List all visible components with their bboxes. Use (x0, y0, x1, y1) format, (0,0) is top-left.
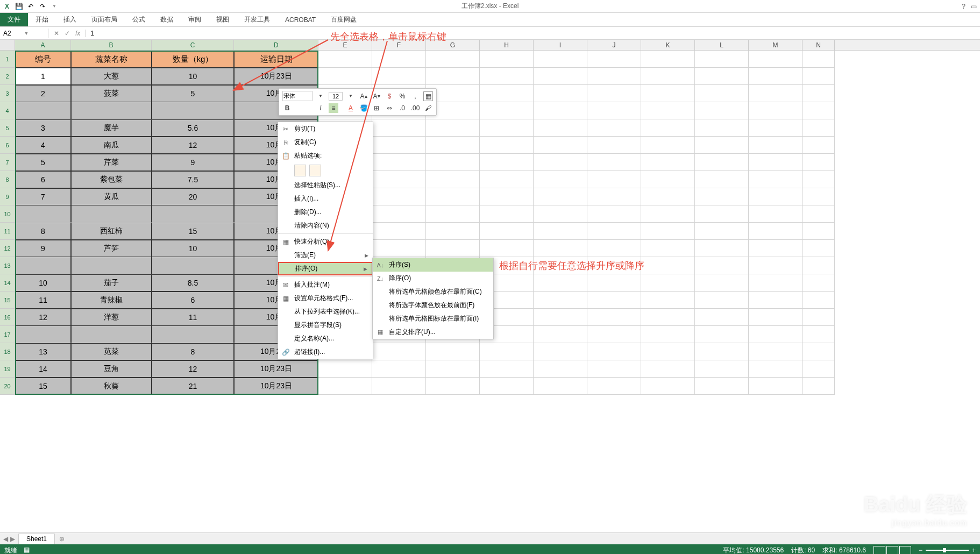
empty-cell[interactable] (426, 171, 480, 188)
empty-cell[interactable] (372, 154, 426, 171)
empty-cell[interactable] (803, 292, 835, 309)
header-cell[interactable]: 数量（kg） (152, 51, 234, 68)
empty-cell[interactable] (803, 205, 835, 223)
undo-icon[interactable]: ↶ (26, 2, 35, 11)
data-cell[interactable]: 芦笋 (71, 240, 152, 257)
sheet-next-icon[interactable]: ▶ (10, 535, 15, 543)
empty-cell[interactable] (803, 102, 835, 119)
empty-cell[interactable] (695, 223, 749, 240)
empty-cell[interactable] (372, 205, 426, 223)
empty-cell[interactable] (803, 188, 835, 205)
empty-cell[interactable] (749, 378, 803, 395)
data-cell[interactable]: 12 (152, 360, 234, 378)
empty-cell[interactable] (480, 102, 534, 119)
paste-option-0[interactable] (294, 165, 306, 176)
empty-cell[interactable] (695, 205, 749, 223)
formula-input[interactable]: 1 (86, 29, 980, 38)
help-icon[interactable]: ? (962, 3, 965, 10)
col-header-B[interactable]: B (71, 40, 152, 50)
tab-home[interactable]: 开始 (28, 13, 56, 26)
data-cell[interactable]: 紫包菜 (71, 171, 152, 188)
data-cell[interactable]: 南瓜 (71, 137, 152, 154)
row-header-15[interactable]: 15 (0, 292, 15, 309)
data-cell[interactable]: 10 (15, 274, 71, 292)
menu-item[interactable]: 📋粘贴选项: (278, 149, 373, 162)
tab-developer[interactable]: 开发工具 (237, 13, 278, 26)
row-header-4[interactable]: 4 (0, 102, 15, 119)
data-cell[interactable]: 洋葱 (71, 309, 152, 326)
bold-icon[interactable]: B (282, 103, 292, 113)
empty-cell[interactable] (426, 51, 480, 68)
empty-cell[interactable] (695, 51, 749, 68)
row-header-8[interactable]: 8 (0, 171, 15, 188)
data-cell[interactable]: 魔芋 (71, 119, 152, 137)
empty-cell[interactable] (534, 171, 587, 188)
empty-cell[interactable] (749, 257, 803, 274)
format-painter-icon[interactable]: 🖌 (423, 103, 433, 113)
data-cell[interactable] (15, 205, 71, 223)
page-break-view-icon[interactable] (899, 546, 911, 554)
empty-cell[interactable] (749, 309, 803, 326)
tab-baidu[interactable]: 百度网盘 (323, 13, 364, 26)
empty-cell[interactable] (426, 378, 480, 395)
empty-cell[interactable] (695, 326, 749, 343)
data-cell[interactable] (71, 102, 152, 119)
empty-cell[interactable] (749, 171, 803, 188)
ribbon-display-icon[interactable]: ▭ (971, 3, 977, 10)
data-cell[interactable]: 2 (15, 85, 71, 102)
data-cell[interactable]: 芹菜 (71, 154, 152, 171)
menu-item[interactable]: ✂剪切(T) (278, 122, 373, 136)
col-header-N[interactable]: N (803, 40, 835, 50)
empty-cell[interactable] (372, 68, 426, 85)
empty-cell[interactable] (372, 171, 426, 188)
paste-option-1[interactable] (309, 165, 321, 176)
data-cell[interactable]: 10月23日 (234, 68, 318, 85)
empty-cell[interactable] (480, 360, 534, 378)
col-header-H[interactable]: H (480, 40, 534, 50)
col-header-K[interactable]: K (641, 40, 695, 50)
row-header-2[interactable]: 2 (0, 68, 15, 85)
font-name-dropdown-icon[interactable]: ▼ (316, 91, 325, 101)
submenu-item[interactable]: 将所选单元格图标放在最前面(I) (373, 312, 493, 325)
empty-cell[interactable] (587, 326, 641, 343)
data-cell[interactable]: 7.5 (152, 171, 234, 188)
col-header-D[interactable]: D (234, 40, 318, 50)
empty-cell[interactable] (534, 309, 587, 326)
empty-cell[interactable] (641, 68, 695, 85)
empty-cell[interactable] (534, 223, 587, 240)
row-header-19[interactable]: 19 (0, 360, 15, 378)
empty-cell[interactable] (749, 360, 803, 378)
empty-cell[interactable] (641, 119, 695, 137)
data-cell[interactable]: 茄子 (71, 274, 152, 292)
menu-item[interactable]: ▦设置单元格格式(F)... (278, 292, 373, 305)
empty-cell[interactable] (480, 119, 534, 137)
tab-insert[interactable]: 插入 (56, 13, 84, 26)
data-cell[interactable]: 12 (152, 137, 234, 154)
row-header-5[interactable]: 5 (0, 119, 15, 137)
data-cell[interactable]: 菠菜 (71, 85, 152, 102)
empty-cell[interactable] (480, 223, 534, 240)
empty-cell[interactable] (803, 51, 835, 68)
empty-cell[interactable] (695, 240, 749, 257)
tab-formulas[interactable]: 公式 (125, 13, 153, 26)
empty-cell[interactable] (803, 223, 835, 240)
col-header-F[interactable]: F (372, 40, 426, 50)
empty-cell[interactable] (480, 343, 534, 360)
data-cell[interactable]: 大葱 (71, 68, 152, 85)
row-header-18[interactable]: 18 (0, 343, 15, 360)
data-cell[interactable]: 10月23日 (234, 360, 318, 378)
menu-item[interactable]: 删除(D)... (278, 205, 373, 219)
row-header-13[interactable]: 13 (0, 257, 15, 274)
tab-layout[interactable]: 页面布局 (84, 13, 125, 26)
empty-cell[interactable] (749, 326, 803, 343)
empty-cell[interactable] (749, 85, 803, 102)
header-cell[interactable]: 运输日期 (234, 51, 318, 68)
data-cell[interactable]: 7 (15, 188, 71, 205)
empty-cell[interactable] (587, 68, 641, 85)
empty-cell[interactable] (803, 343, 835, 360)
header-cell[interactable]: 编号 (15, 51, 71, 68)
empty-cell[interactable] (534, 119, 587, 137)
data-cell[interactable]: 12 (15, 309, 71, 326)
data-cell[interactable]: 21 (152, 378, 234, 395)
empty-cell[interactable] (641, 85, 695, 102)
